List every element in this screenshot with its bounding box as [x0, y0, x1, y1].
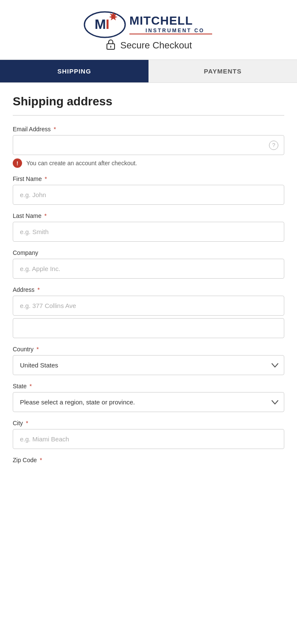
country-select[interactable]: United States Canada United Kingdom Aust…	[13, 355, 284, 375]
first-name-required-star: *	[45, 175, 47, 182]
svg-text:I: I	[106, 17, 109, 32]
email-group: Email Address * ? ! You can create an ac…	[13, 126, 284, 168]
tab-shipping[interactable]: SHIPPING	[0, 60, 148, 82]
lock-icon	[105, 38, 116, 53]
address-line1-input[interactable]	[13, 296, 284, 316]
city-required-star: *	[26, 420, 28, 427]
company-label: Company	[13, 249, 284, 256]
address-required-star: *	[37, 286, 39, 293]
first-name-input[interactable]	[13, 185, 284, 205]
svg-text:INSTRUMENT CO: INSTRUMENT CO	[146, 28, 205, 34]
email-input[interactable]	[13, 135, 284, 155]
address-line2-input[interactable]	[13, 318, 284, 338]
city-input[interactable]	[13, 429, 284, 449]
email-label: Email Address *	[13, 126, 284, 133]
country-group: Country * United States Canada United Ki…	[13, 346, 284, 375]
info-icon: !	[13, 158, 22, 168]
help-icon[interactable]: ?	[269, 141, 278, 150]
email-required-star: *	[53, 126, 56, 133]
email-input-wrapper: ?	[13, 135, 284, 155]
tab-payments[interactable]: PAYMENTS	[148, 60, 297, 82]
section-divider	[13, 115, 284, 116]
logo-container: M I MITCHELL INSTRUMENT CO	[83, 8, 214, 38]
svg-text:MITCHELL: MITCHELL	[129, 14, 193, 27]
svg-text:M: M	[95, 17, 106, 32]
company-group: Company	[13, 249, 284, 279]
secure-checkout-text: Secure Checkout	[120, 40, 192, 51]
zip-label: Zip Code *	[13, 457, 284, 463]
secure-checkout-label: Secure Checkout	[105, 38, 192, 53]
state-select-wrapper: Please select a region, state or provinc…	[13, 392, 284, 412]
shipping-form: Shipping address Email Address * ? ! You…	[0, 83, 297, 488]
last-name-required-star: *	[45, 212, 47, 219]
city-label: City *	[13, 420, 284, 427]
zip-required-star: *	[40, 457, 42, 463]
address-group: Address *	[13, 286, 284, 338]
header: M I MITCHELL INSTRUMENT CO Secure Checko…	[0, 0, 297, 59]
email-info-message: ! You can create an account after checko…	[13, 158, 284, 168]
svg-point-8	[110, 46, 111, 47]
svg-marker-1	[109, 12, 118, 20]
country-select-wrapper: United States Canada United Kingdom Aust…	[13, 355, 284, 375]
state-label: State *	[13, 383, 284, 390]
logo-svg: M I MITCHELL INSTRUMENT CO	[83, 8, 214, 38]
zip-group: Zip Code *	[13, 457, 284, 463]
country-label: Country *	[13, 346, 284, 353]
address-label: Address *	[13, 286, 284, 293]
last-name-group: Last Name *	[13, 212, 284, 242]
state-required-star: *	[30, 383, 32, 390]
state-select[interactable]: Please select a region, state or provinc…	[13, 392, 284, 412]
last-name-label: Last Name *	[13, 212, 284, 219]
first-name-label: First Name *	[13, 175, 284, 182]
last-name-input[interactable]	[13, 222, 284, 242]
first-name-group: First Name *	[13, 175, 284, 205]
section-title: Shipping address	[13, 95, 284, 108]
tabs-container: SHIPPING PAYMENTS	[0, 60, 297, 83]
state-group: State * Please select a region, state or…	[13, 383, 284, 412]
city-group: City *	[13, 420, 284, 449]
country-required-star: *	[36, 346, 39, 353]
company-input[interactable]	[13, 259, 284, 279]
